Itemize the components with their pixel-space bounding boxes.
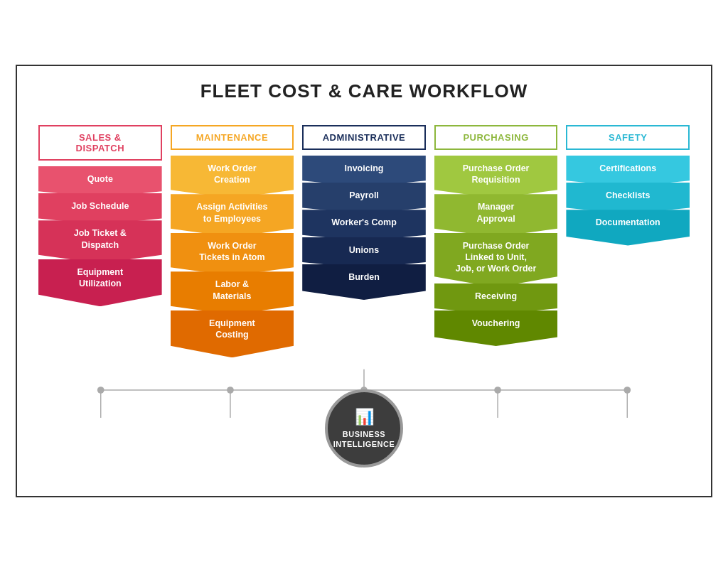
bi-label: BUSINESS INTELLIGENCE (333, 429, 395, 450)
arrow-item-purchasing-1: ManagerApproval (434, 194, 558, 237)
columns-area: SALES &DISPATCHQuoteJob ScheduleJob Tick… (38, 125, 690, 358)
column-purchasing: PURCHASINGPurchase OrderRequisitionManag… (434, 125, 558, 346)
arrow-stack-sales: QuoteJob ScheduleJob Ticket &DispatchEqu… (38, 166, 162, 307)
arrow-item-sales-2: Job Ticket &Dispatch (38, 220, 162, 264)
column-maintenance: MAINTENANCEWork OrderCreationAssign Acti… (171, 125, 294, 358)
arrow-item-sales-1: Job Schedule (38, 193, 162, 225)
arrow-item-maintenance-4: EquipmentCosting (171, 310, 294, 358)
arrow-item-maintenance-0: Work OrderCreation (171, 156, 294, 199)
col-header-purchasing: PURCHASING (434, 125, 558, 150)
arrow-stack-safety: CertificationsChecklistsDocumentation (566, 156, 690, 246)
col-header-maintenance: MAINTENANCE (171, 125, 294, 150)
arrow-item-purchasing-0: Purchase OrderRequisition (434, 156, 558, 199)
arrow-item-administrative-2: Worker's Comp (302, 210, 426, 241)
arrow-item-maintenance-3: Labor &Materials (171, 271, 294, 315)
arrow-item-safety-2: Documentation (566, 210, 690, 245)
arrow-item-sales-0: Quote (38, 166, 162, 198)
arrow-item-purchasing-4: Vouchering (434, 310, 558, 346)
col-header-sales: SALES &DISPATCH (38, 125, 162, 161)
diagram-container: FLEET COST & CARE WORKFLOW SALES &DISPAT… (16, 65, 712, 498)
arrow-stack-maintenance: Work OrderCreationAssign Activitiesto Em… (171, 156, 294, 358)
arrow-item-maintenance-2: Work OrderTickets in Atom (171, 233, 294, 276)
arrow-item-safety-0: Certifications (566, 156, 690, 187)
col-header-safety: SAFETY (566, 125, 690, 150)
main-title: FLEET COST & CARE WORKFLOW (38, 80, 690, 109)
chart-icon: 📊 (355, 408, 374, 426)
arrow-item-administrative-3: Unions (302, 237, 426, 269)
arrow-item-administrative-4: Burden (302, 264, 426, 300)
arrow-item-administrative-1: Payroll (302, 183, 426, 214)
column-administrative: ADMINISTRATIVEInvoicingPayrollWorker's C… (302, 125, 426, 300)
connector-area: 📊 BUSINESS INTELLIGENCE (38, 361, 690, 475)
column-sales: SALES &DISPATCHQuoteJob ScheduleJob Tick… (38, 125, 162, 307)
arrow-stack-administrative: InvoicingPayrollWorker's CompUnionsBurde… (302, 156, 426, 300)
arrow-item-maintenance-1: Assign Activitiesto Employees (171, 194, 294, 237)
arrow-stack-purchasing: Purchase OrderRequisitionManagerApproval… (434, 156, 558, 346)
arrow-item-administrative-0: Invoicing (302, 156, 426, 187)
arrow-item-purchasing-3: Receiving (434, 283, 558, 315)
arrow-item-safety-1: Checklists (566, 183, 690, 214)
column-safety: SAFETYCertificationsChecklistsDocumentat… (566, 125, 690, 246)
arrow-item-sales-3: EquipmentUtilization (38, 259, 162, 307)
arrow-item-purchasing-2: Purchase OrderLinked to Unit,Job, or Wor… (434, 233, 558, 288)
col-header-administrative: ADMINISTRATIVE (302, 125, 426, 150)
bi-circle: 📊 BUSINESS INTELLIGENCE (325, 389, 403, 468)
